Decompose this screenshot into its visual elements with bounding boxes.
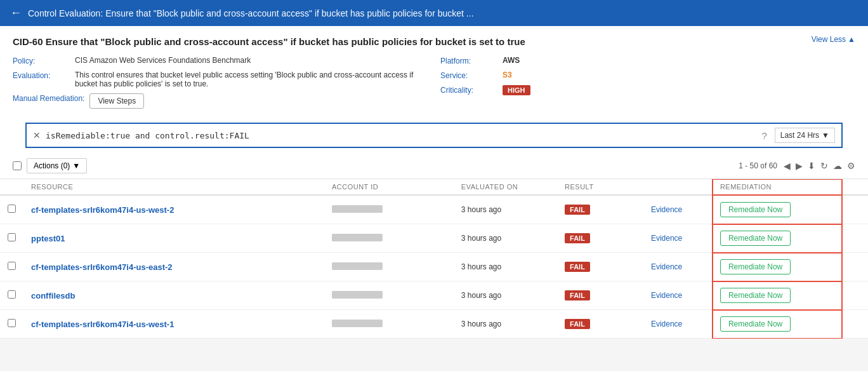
actions-button[interactable]: Actions (0) ▼	[27, 158, 87, 173]
table-toolbar: Actions (0) ▼ 1 - 50 of 60 ◀ ▶ ⬇ ↻ ☁ ⚙	[0, 153, 868, 179]
row-evidence: Evidence	[643, 253, 713, 281]
remediate-now-button[interactable]: Remediate Now	[720, 231, 791, 246]
row-result: FAIL	[557, 281, 643, 310]
row-checkbox-cell	[0, 195, 23, 224]
row-resource: pptest01	[23, 224, 324, 253]
remediation-label: Manual Remediation:	[13, 93, 84, 103]
row-scroll-cell	[842, 310, 868, 339]
row-remediation: Remediate Now	[713, 195, 842, 224]
th-scroll	[842, 179, 868, 195]
search-right: ? Last 24 Hrs ▼	[761, 128, 835, 143]
time-dropdown-icon: ▼	[822, 131, 829, 140]
download-icon[interactable]: ⬇	[808, 161, 815, 171]
row-account	[324, 224, 454, 253]
criticality-badge: HIGH	[503, 85, 530, 95]
row-checkbox[interactable]	[8, 319, 16, 327]
row-account	[324, 195, 454, 224]
row-result: FAIL	[557, 195, 643, 224]
row-checkbox[interactable]	[8, 205, 16, 213]
row-account	[324, 281, 454, 310]
table-row: cf-templates-srlr6kom47i4-us-west-2 3 ho…	[0, 195, 868, 224]
view-steps-button[interactable]: View Steps	[89, 93, 144, 109]
th-checkbox	[0, 179, 23, 195]
th-resource: RESOURCE	[23, 179, 324, 195]
evidence-link[interactable]: Evidence	[651, 320, 682, 328]
evidence-link[interactable]: Evidence	[651, 262, 682, 271]
criticality-label: Criticality:	[440, 85, 497, 95]
view-less-icon: ▲	[848, 35, 855, 44]
row-evaluated: 3 hours ago	[454, 310, 557, 339]
result-badge: FAIL	[565, 233, 590, 243]
time-dropdown[interactable]: Last 24 Hrs ▼	[775, 128, 835, 143]
top-bar: ← Control Evaluation: Ensure that "Block…	[0, 0, 868, 26]
row-result: FAIL	[557, 224, 643, 253]
main-content: CID-60 Ensure that "Block public and cro…	[0, 26, 868, 153]
row-checkbox[interactable]	[8, 290, 16, 299]
row-evidence: Evidence	[643, 281, 713, 310]
table-row: pptest01 3 hours ago FAIL Evidence Remed…	[0, 224, 868, 253]
actions-label: Actions (0)	[34, 161, 70, 170]
row-remediation: Remediate Now	[713, 253, 842, 281]
remediate-now-button[interactable]: Remediate Now	[720, 259, 791, 274]
result-badge: FAIL	[565, 319, 590, 329]
th-account: ACCOUNT ID	[324, 179, 454, 195]
row-checkbox-cell	[0, 224, 23, 253]
meta-right: Platform: AWS Service: S3 Criticality: H…	[440, 56, 855, 109]
top-bar-title: Control Evaluation: Ensure that "Block p…	[28, 8, 474, 18]
row-account	[324, 310, 454, 339]
row-evaluated: 3 hours ago	[454, 195, 557, 224]
policy-row: Policy: CIS Amazon Web Services Foundati…	[13, 56, 428, 65]
account-blur	[332, 234, 383, 241]
policy-value: CIS Amazon Web Services Foundations Benc…	[75, 56, 251, 65]
row-account	[324, 253, 454, 281]
row-scroll-cell	[842, 253, 868, 281]
row-scroll-cell	[842, 281, 868, 310]
evaluation-row: Evaluation: This control ensures that bu…	[13, 71, 428, 88]
evidence-link[interactable]: Evidence	[651, 291, 682, 300]
settings-icon[interactable]: ⚙	[847, 161, 855, 171]
table-row: conffilesdb 3 hours ago FAIL Evidence Re…	[0, 281, 868, 310]
row-evaluated: 3 hours ago	[454, 224, 557, 253]
row-evidence: Evidence	[643, 224, 713, 253]
toolbar-right: 1 - 50 of 60 ◀ ▶ ⬇ ↻ ☁ ⚙	[739, 161, 855, 171]
remediate-now-button[interactable]: Remediate Now	[720, 202, 791, 217]
criticality-row: Criticality: HIGH	[440, 85, 855, 95]
row-scroll-cell	[842, 224, 868, 253]
table-row: cf-templates-srlr6kom47i4-us-east-2 3 ho…	[0, 253, 868, 281]
search-info-icon[interactable]: ?	[761, 130, 766, 141]
evidence-link[interactable]: Evidence	[651, 234, 682, 243]
row-evidence: Evidence	[643, 310, 713, 339]
row-checkbox[interactable]	[8, 262, 16, 270]
evidence-link[interactable]: Evidence	[651, 205, 682, 214]
row-remediation: Remediate Now	[713, 281, 842, 310]
remediation-row: Manual Remediation: View Steps	[13, 93, 428, 109]
back-arrow-icon[interactable]: ←	[10, 6, 22, 20]
row-checkbox-cell	[0, 310, 23, 339]
view-less-label: View Less	[812, 35, 846, 44]
remediate-now-button[interactable]: Remediate Now	[720, 288, 791, 303]
th-evaluated: EVALUATED ON	[454, 179, 557, 195]
search-clear-icon[interactable]: ✕	[33, 130, 41, 140]
title-row: CID-60 Ensure that "Block public and cro…	[13, 35, 855, 48]
table-container: RESOURCE ACCOUNT ID EVALUATED ON RESULT …	[0, 179, 868, 339]
result-badge: FAIL	[565, 262, 590, 272]
refresh-icon[interactable]: ↻	[820, 161, 828, 171]
row-checkbox[interactable]	[8, 233, 16, 241]
select-all-checkbox[interactable]	[13, 161, 22, 170]
search-bar[interactable]: ✕ isRemediable:true and control.result:F…	[25, 123, 843, 148]
row-resource: conffilesdb	[23, 281, 324, 310]
prev-page-icon[interactable]: ◀	[784, 161, 791, 171]
account-blur	[332, 262, 383, 270]
table-area: Actions (0) ▼ 1 - 50 of 60 ◀ ▶ ⬇ ↻ ☁ ⚙ R…	[0, 153, 868, 339]
view-less-link[interactable]: View Less ▲	[812, 35, 855, 44]
account-blur	[332, 320, 383, 327]
cloud-icon[interactable]: ☁	[833, 161, 842, 171]
toolbar-left: Actions (0) ▼	[13, 158, 87, 173]
search-bar-inner: ✕ isRemediable:true and control.result:F…	[33, 130, 761, 140]
result-badge: FAIL	[565, 290, 590, 300]
remediate-now-button[interactable]: Remediate Now	[720, 316, 791, 332]
row-resource: cf-templates-srlr6kom47i4-us-east-2	[23, 253, 324, 281]
row-remediation: Remediate Now	[713, 310, 842, 339]
th-remediation: REMEDIATION	[713, 179, 842, 195]
next-page-icon[interactable]: ▶	[796, 161, 803, 171]
